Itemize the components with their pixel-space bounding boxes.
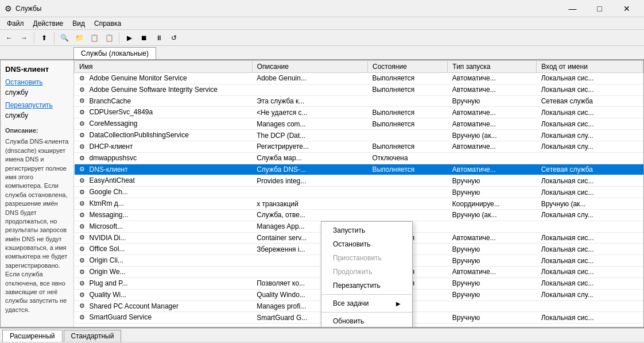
- play-button[interactable]: ▶: [122, 32, 136, 44]
- service-name: ⚙SmartGuard Service: [75, 312, 253, 323]
- col-name[interactable]: Имя: [75, 61, 253, 73]
- context-menu-item[interactable]: Перезапустить: [321, 279, 412, 292]
- service-desc: Служба DNS-...: [252, 164, 367, 175]
- service-desc: Эта служба к...: [252, 95, 367, 107]
- table-row[interactable]: ⚙CDPUserSvc_4849a<Не удается с...Выполня…: [75, 107, 643, 118]
- service-logon: [537, 152, 643, 164]
- service-name: ⚙Messaging...: [75, 209, 253, 221]
- context-menu-item-label: Обновить: [333, 317, 364, 325]
- service-logon: Вручную (ак...: [537, 198, 643, 210]
- minimize-button[interactable]: —: [560, 0, 585, 17]
- service-status: Выполняется: [367, 73, 447, 84]
- service-startup: Вручную: [448, 312, 537, 323]
- service-status: Выполняется: [367, 141, 447, 152]
- up-button[interactable]: ⬆: [37, 32, 51, 44]
- col-desc[interactable]: Описание: [252, 61, 367, 73]
- stop-button[interactable]: ⏹: [137, 32, 151, 44]
- forward-button[interactable]: →: [17, 32, 31, 44]
- context-menu-item[interactable]: Запустить: [321, 223, 412, 237]
- context-menu-separator: [321, 312, 412, 313]
- table-row[interactable]: ⚙BranchCacheЭта служба к...ВручнуюСетева…: [75, 95, 643, 107]
- stop-service-link[interactable]: Остановить: [5, 78, 69, 86]
- context-menu-item: Продолжить: [321, 265, 412, 279]
- service-name: ⚙DNS-клиент: [75, 164, 253, 175]
- service-status: [367, 130, 447, 141]
- restart-suffix: службу: [5, 111, 28, 120]
- table-row[interactable]: ⚙Adobe Genuine Software Integrity Servic…: [75, 84, 643, 95]
- menu-view[interactable]: Вид: [68, 18, 90, 29]
- table-row[interactable]: ⚙dmwappushsvcСлужбa мар...Отключена: [75, 152, 643, 164]
- service-logon: Локальная сис...: [537, 175, 643, 187]
- toolbar-separator-1: [34, 32, 34, 44]
- service-icon: ⚙: [79, 302, 87, 310]
- table-row[interactable]: ⚙Adobe Genuine Monitor ServiceAdobe Genu…: [75, 73, 643, 84]
- bottom-area: Расширенный Стандартный: [0, 327, 644, 342]
- service-startup: Автоматиче...: [448, 267, 537, 278]
- table-row[interactable]: ⚙EasyAntiCheatProvides integ...ВручнуюЛо…: [75, 175, 643, 187]
- service-desc: The DCP (Dat...: [252, 130, 367, 141]
- service-logon: Локальная слу...: [537, 130, 643, 141]
- service-desc: [252, 187, 367, 198]
- tab-services-local[interactable]: Службы (локальные): [73, 47, 156, 59]
- restart-button[interactable]: ↺: [167, 32, 181, 44]
- table-row[interactable]: ⚙Messaging...Служба, отве...Вручную (ак.…: [75, 209, 643, 221]
- service-startup: Вручную (ак...: [448, 130, 537, 141]
- service-status: [367, 209, 447, 221]
- service-logon: Локальная сис...: [537, 118, 643, 130]
- context-menu-item[interactable]: Обновить: [321, 314, 412, 327]
- context-menu-item[interactable]: Все задачи▶: [321, 296, 412, 310]
- service-icon: ⚙: [79, 188, 87, 196]
- restart-service-link[interactable]: Перезапустить: [5, 101, 69, 109]
- service-icon: ⚙: [79, 86, 87, 94]
- folder-button[interactable]: 📁: [72, 32, 86, 44]
- pause-button[interactable]: ⏸: [152, 32, 166, 44]
- context-menu-item-label: Перезапустить: [333, 282, 381, 290]
- service-startup: Автоматиче...: [448, 107, 537, 118]
- table-row[interactable]: ⚙KtmRm д...х транзакцийКоординируе...Вру…: [75, 198, 643, 210]
- service-name: ⚙CoreMessaging: [75, 118, 253, 130]
- service-icon: ⚙: [79, 143, 87, 151]
- col-logon[interactable]: Вход от имени: [537, 61, 643, 73]
- service-startup: Автоматиче...: [448, 141, 537, 152]
- col-startup[interactable]: Тип запуска: [448, 61, 537, 73]
- service-status: [367, 187, 447, 198]
- window-title: Службы: [15, 5, 560, 13]
- left-panel-title: DNS-клиент: [5, 65, 69, 74]
- menu-action[interactable]: Действие: [29, 18, 68, 29]
- tab-standard[interactable]: Стандартный: [64, 330, 122, 342]
- tab-extended[interactable]: Расширенный: [2, 330, 63, 342]
- context-menu: ЗапуститьОстановитьПриостановитьПродолжи…: [321, 221, 413, 327]
- menu-file[interactable]: Файл: [2, 18, 29, 29]
- context-menu-item-label: Запустить: [333, 226, 365, 234]
- service-status: Выполняется: [367, 84, 447, 95]
- service-startup: [448, 152, 537, 164]
- table-row[interactable]: ⚙Google Ch...ВручнуюЛокальная сис...: [75, 187, 643, 198]
- stop-suffix: службу: [5, 88, 28, 97]
- service-icon: ⚙: [79, 177, 87, 185]
- service-logon: Локальная сис...: [537, 232, 643, 244]
- menu-help[interactable]: Справка: [90, 18, 126, 29]
- col-status[interactable]: Состояние: [367, 61, 447, 73]
- service-desc: Manages com...: [252, 118, 367, 130]
- table-row[interactable]: ⚙DHCP-клиентРегистрируете...ВыполняетсяА…: [75, 141, 643, 152]
- maximize-button[interactable]: □: [587, 0, 612, 17]
- table-row[interactable]: ⚙DNS-клиентСлужба DNS-...ВыполняетсяАвто…: [75, 164, 643, 175]
- context-menu-item[interactable]: Остановить: [321, 237, 412, 251]
- table-row[interactable]: ⚙DataCollectionPublishingServiceThe DCP …: [75, 130, 643, 141]
- service-icon: ⚙: [79, 257, 87, 265]
- close-button[interactable]: ✕: [614, 0, 639, 17]
- service-name: ⚙Origin Cli...: [75, 255, 253, 267]
- search-button[interactable]: 🔍: [57, 32, 71, 44]
- service-startup: Автоматиче...: [448, 118, 537, 130]
- service-status: Выполняется: [367, 118, 447, 130]
- service-icon: ⚙: [79, 120, 87, 128]
- paste-button[interactable]: 📋: [102, 32, 116, 44]
- service-startup: Вручную: [448, 289, 537, 300]
- context-menu-item: Приостановить: [321, 251, 412, 265]
- copy-button[interactable]: 📋: [87, 32, 101, 44]
- service-desc: Adobe Genuin...: [252, 73, 367, 84]
- table-row[interactable]: ⚙CoreMessagingManages com...ВыполняетсяА…: [75, 118, 643, 130]
- context-menu-item-label: Все задачи: [333, 299, 369, 307]
- service-startup: Автоматиче...: [448, 232, 537, 244]
- back-button[interactable]: ←: [2, 32, 16, 44]
